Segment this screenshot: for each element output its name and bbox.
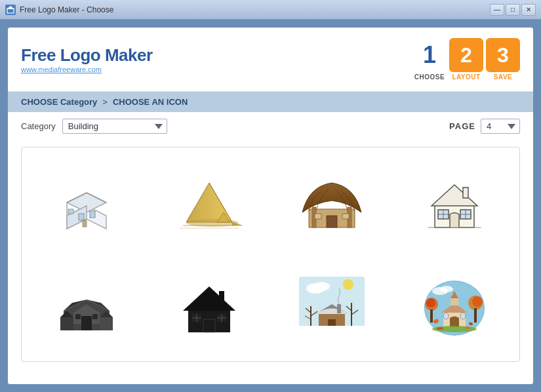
svg-point-73 <box>440 286 453 292</box>
icon-cell-1[interactable] <box>28 154 144 251</box>
svg-rect-25 <box>463 187 468 198</box>
titlebar-left: Free Logo Maker - Choose <box>5 5 113 15</box>
page-select[interactable]: 1 2 3 4 5 <box>481 119 520 134</box>
svg-point-90 <box>437 327 443 330</box>
building-icon-2 <box>176 173 242 232</box>
svg-rect-22 <box>342 214 349 219</box>
svg-point-56 <box>314 282 330 291</box>
logo-section: Free Logo Maker www.mediafreeware.com <box>21 45 153 73</box>
svg-rect-7 <box>83 220 87 227</box>
svg-rect-39 <box>100 317 113 330</box>
icon-cell-6[interactable] <box>151 258 267 355</box>
svg-rect-20 <box>327 216 337 227</box>
step-2[interactable]: 2 LAYOUT <box>449 38 483 81</box>
svg-rect-43 <box>92 314 98 319</box>
svg-marker-24 <box>431 185 477 206</box>
building-icon-8 <box>422 277 487 336</box>
step-3-label: SAVE <box>494 73 513 81</box>
svg-rect-69 <box>299 326 365 336</box>
logo-title: Free Logo Maker <box>21 45 153 66</box>
icon-cell-2[interactable] <box>151 154 267 251</box>
category-bar: Category Building Animals Nature Technol… <box>8 112 533 140</box>
building-icon-7 <box>299 277 365 336</box>
step-3-number: 3 <box>486 38 520 72</box>
building-icon-5 <box>54 277 119 336</box>
category-select[interactable]: Building Animals Nature Technology Peopl… <box>62 119 167 134</box>
header: Free Logo Maker www.mediafreeware.com 1 … <box>8 28 533 92</box>
svg-point-91 <box>465 326 470 329</box>
breadcrumb: CHOOSE Category > CHOOSE AN ICON <box>8 92 533 112</box>
icon-cell-3[interactable] <box>274 154 390 251</box>
titlebar: Free Logo Maker - Choose — □ ✕ <box>0 0 541 20</box>
page-label: PAGE <box>449 121 475 131</box>
step-3[interactable]: 3 SAVE <box>486 38 520 81</box>
svg-point-87 <box>443 313 449 319</box>
svg-marker-1 <box>7 6 14 9</box>
svg-rect-21 <box>315 214 321 219</box>
icon-cell-8[interactable] <box>397 258 513 355</box>
page-section: PAGE 1 2 3 4 5 <box>449 119 520 134</box>
logo-url[interactable]: www.mediafreeware.com <box>21 66 153 73</box>
category-left: Category Building Animals Nature Technol… <box>21 119 167 134</box>
building-icon-1 <box>54 173 119 232</box>
svg-marker-45 <box>183 286 235 311</box>
svg-rect-46 <box>219 291 224 304</box>
app-panel: Free Logo Maker www.mediafreeware.com 1 … <box>8 28 533 384</box>
window-content: Free Logo Maker www.mediafreeware.com 1 … <box>0 20 541 392</box>
step-1-number: 1 <box>412 38 447 72</box>
steps-section: 1 CHOOSE 2 LAYOUT 3 SAVE <box>412 38 520 81</box>
svg-rect-85 <box>451 298 458 305</box>
building-icon-4 <box>422 173 487 232</box>
svg-rect-37 <box>60 317 73 330</box>
svg-rect-75 <box>430 309 433 323</box>
minimize-button[interactable]: — <box>490 4 504 16</box>
step-2-number: 2 <box>449 38 483 72</box>
svg-point-79 <box>472 296 483 307</box>
step-2-label: LAYOUT <box>452 73 480 81</box>
svg-point-57 <box>343 279 353 290</box>
window: Free Logo Maker - Choose — □ ✕ Free Logo… <box>0 0 541 392</box>
svg-rect-47 <box>203 319 215 332</box>
step-1-label: CHOOSE <box>414 73 445 81</box>
svg-point-88 <box>460 313 466 319</box>
maximize-button[interactable]: □ <box>506 4 520 16</box>
svg-point-76 <box>426 298 435 307</box>
svg-rect-68 <box>337 304 341 313</box>
icons-container <box>8 140 533 372</box>
svg-rect-78 <box>474 308 477 323</box>
icon-cell-5[interactable] <box>28 258 144 355</box>
svg-rect-6 <box>90 211 95 218</box>
icons-grid <box>28 154 513 355</box>
close-button[interactable]: ✕ <box>521 4 536 16</box>
svg-rect-8 <box>68 209 73 214</box>
svg-rect-42 <box>75 314 81 319</box>
bottom-bar <box>8 372 533 384</box>
breadcrumb-item-1: CHOOSE Category <box>21 97 97 107</box>
building-icon-6 <box>176 277 242 336</box>
breadcrumb-separator: > <box>102 97 108 107</box>
category-label: Category <box>21 121 56 131</box>
icons-grid-wrapper <box>21 147 520 362</box>
building-icon-3 <box>299 173 365 232</box>
svg-rect-0 <box>7 9 14 13</box>
breadcrumb-item-2: CHOOSE AN ICON <box>113 97 188 107</box>
icon-cell-4[interactable] <box>397 154 513 251</box>
step-1: 1 CHOOSE <box>412 38 447 81</box>
icon-cell-7[interactable] <box>274 258 390 355</box>
titlebar-buttons: — □ ✕ <box>490 4 536 16</box>
svg-rect-5 <box>79 214 84 220</box>
svg-rect-41 <box>81 316 92 330</box>
app-icon <box>5 5 16 15</box>
titlebar-title: Free Logo Maker - Choose <box>20 5 113 14</box>
